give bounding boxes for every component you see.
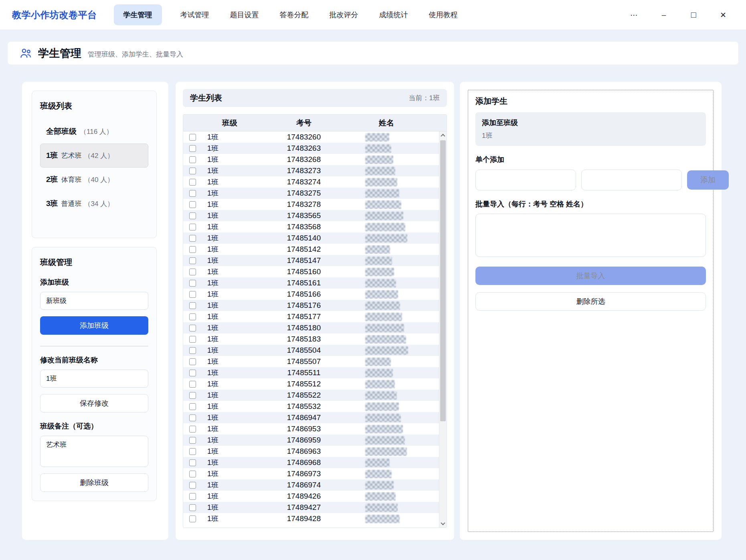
row-checkbox[interactable] [189, 235, 196, 242]
table-row[interactable]: 1班17485142 [183, 244, 447, 255]
row-checkbox[interactable] [189, 448, 196, 455]
row-checkbox[interactable] [189, 201, 196, 208]
table-row[interactable]: 1班17485140 [183, 232, 447, 244]
row-checkbox[interactable] [189, 280, 196, 287]
row-checkbox[interactable] [189, 437, 196, 444]
maximize-button[interactable]: □ [688, 10, 699, 20]
row-checkbox[interactable] [189, 516, 196, 522]
table-row[interactable]: 1班17485166 [183, 289, 447, 300]
table-row[interactable]: 1班17486968 [183, 457, 447, 468]
more-button[interactable]: ⋯ [629, 10, 639, 20]
table-row[interactable]: 1班17486959 [183, 435, 447, 446]
row-checkbox[interactable] [189, 168, 196, 174]
tab-考试管理[interactable]: 考试管理 [178, 5, 212, 24]
rename-class-input[interactable] [40, 370, 148, 388]
minimize-button[interactable]: – [659, 10, 669, 19]
class-item-3班[interactable]: 3班普通班（34 人） [40, 192, 148, 216]
row-checkbox[interactable] [189, 482, 196, 489]
row-checkbox[interactable] [189, 156, 196, 163]
table-row[interactable]: 1班17483275 [183, 188, 447, 199]
row-checkbox[interactable] [189, 336, 196, 343]
add-single-button[interactable]: 添加 [687, 170, 729, 190]
table-row[interactable]: 1班17486947 [183, 412, 447, 423]
row-checkbox[interactable] [189, 504, 196, 511]
save-rename-button[interactable]: 保存修改 [40, 394, 148, 412]
table-row[interactable]: 1班17485180 [183, 322, 447, 334]
table-row[interactable]: 1班17485504 [183, 345, 447, 356]
row-checkbox[interactable] [189, 493, 196, 500]
row-checkbox[interactable] [189, 381, 196, 388]
row-checkbox[interactable] [189, 426, 196, 433]
row-checkbox[interactable] [189, 459, 196, 466]
table-row[interactable]: 1班17483263 [183, 143, 447, 154]
class-remark-textarea[interactable]: 艺术班 [40, 436, 148, 467]
class-item-1班[interactable]: 1班艺术班（42 人） [40, 144, 148, 168]
table-row[interactable]: 1班17489426 [183, 491, 447, 502]
tab-答卷分配[interactable]: 答卷分配 [277, 5, 311, 24]
scroll-up-icon[interactable] [439, 131, 447, 139]
row-checkbox[interactable] [189, 403, 196, 410]
row-checkbox[interactable] [189, 414, 196, 421]
exam-no-input[interactable] [475, 170, 576, 190]
table-row[interactable]: 1班17486974 [183, 479, 447, 491]
row-checkbox[interactable] [189, 392, 196, 399]
table-row[interactable]: 1班17485522 [183, 390, 447, 401]
scrollbar[interactable] [439, 131, 447, 528]
row-checkbox[interactable] [189, 269, 196, 275]
row-checkbox[interactable] [189, 190, 196, 197]
add-class-button[interactable]: 添加班级 [40, 316, 148, 335]
table-row[interactable]: 1班17486953 [183, 423, 447, 435]
table-row[interactable]: 1班17489428 [183, 513, 447, 524]
row-checkbox[interactable] [189, 224, 196, 230]
table-row[interactable]: 1班17483278 [183, 199, 447, 210]
table-row[interactable]: 1班17485160 [183, 266, 447, 277]
table-row[interactable]: 1班17485532 [183, 401, 447, 412]
scroll-down-icon[interactable] [439, 520, 447, 528]
scrollbar-thumb[interactable] [440, 140, 446, 421]
table-row[interactable]: 1班17486963 [183, 446, 447, 457]
table-row[interactable]: 1班17486973 [183, 468, 447, 479]
row-checkbox[interactable] [189, 358, 196, 365]
row-checkbox[interactable] [189, 325, 196, 332]
add-class-input[interactable] [40, 292, 148, 310]
class-item-全部班级[interactable]: 全部班级（116 人） [40, 119, 148, 144]
row-checkbox[interactable] [189, 179, 196, 186]
row-checkbox[interactable] [189, 212, 196, 219]
table-row[interactable]: 1班17485176 [183, 300, 447, 311]
table-row[interactable]: 1班17483568 [183, 221, 447, 232]
table-row[interactable]: 1班17485512 [183, 378, 447, 390]
close-button[interactable]: ✕ [718, 10, 728, 20]
row-checkbox[interactable] [189, 471, 196, 477]
tab-使用教程[interactable]: 使用教程 [427, 5, 460, 24]
row-checkbox[interactable] [189, 257, 196, 264]
row-checkbox[interactable] [189, 370, 196, 376]
table-row[interactable]: 1班17483273 [183, 165, 447, 176]
tab-题目设置[interactable]: 题目设置 [228, 5, 261, 24]
table-row[interactable]: 1班17485183 [183, 334, 447, 345]
table-row[interactable]: 1班17485161 [183, 277, 447, 289]
tab-成绩统计[interactable]: 成绩统计 [377, 5, 410, 24]
table-row[interactable]: 1班17485511 [183, 367, 447, 378]
class-item-2班[interactable]: 2班体育班（40 人） [40, 168, 148, 192]
table-row[interactable]: 1班17485147 [183, 255, 447, 266]
row-checkbox[interactable] [189, 134, 196, 141]
batch-import-button[interactable]: 批量导入 [475, 267, 706, 285]
row-checkbox[interactable] [189, 313, 196, 320]
batch-import-textarea[interactable] [475, 214, 706, 257]
table-row[interactable]: 1班17485177 [183, 311, 447, 322]
row-checkbox[interactable] [189, 347, 196, 354]
table-row[interactable]: 1班17483260 [183, 131, 447, 143]
table-row[interactable]: 1班17489427 [183, 502, 447, 513]
delete-selected-button[interactable]: 删除所选 [475, 292, 706, 311]
table-row[interactable]: 1班17483565 [183, 210, 447, 221]
student-name-input[interactable] [581, 170, 682, 190]
row-checkbox[interactable] [189, 246, 196, 253]
table-row[interactable]: 1班17483268 [183, 154, 447, 165]
row-checkbox[interactable] [189, 291, 196, 298]
tab-学生管理[interactable]: 学生管理 [114, 4, 162, 25]
tab-批改评分[interactable]: 批改评分 [327, 5, 361, 24]
row-checkbox[interactable] [189, 145, 196, 152]
row-checkbox[interactable] [189, 302, 196, 309]
delete-class-button[interactable]: 删除班级 [40, 473, 148, 492]
table-row[interactable]: 1班17483274 [183, 176, 447, 188]
